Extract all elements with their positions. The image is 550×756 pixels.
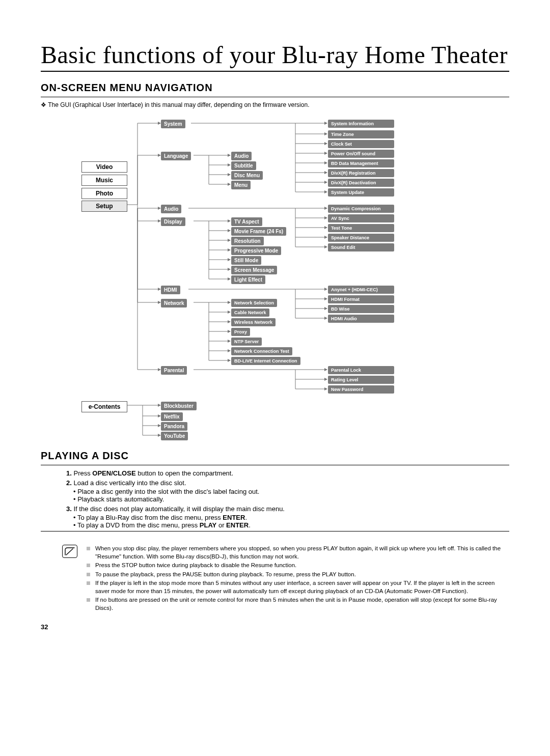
menu-music: Music [81,175,127,186]
node-hdmi-2: BD Wise [328,305,394,313]
node-ec-2: Pandora [161,422,187,431]
node-parental: Parental [161,366,187,375]
step-2-sub-0: Place a disc gently into the slot with t… [73,488,509,495]
node-net-4: NTP Server [231,338,262,346]
node-sys-3: Power On/Off sound [328,150,394,158]
gui-note: The GUI (Graphical User Interface) in th… [41,101,509,108]
node-disp-2: Resolution [231,237,264,245]
menu-setup: Setup [81,201,127,212]
menu-econtents: e-Contents [81,401,127,412]
node-aud-4: Sound Edit [328,243,394,251]
node-ec-1: Netflix [161,412,183,421]
node-sys-1: Time Zone [328,130,394,138]
menu-video: Video [81,161,127,173]
node-disp-0: TV Aspect [231,217,262,226]
step-3-sub-0: To play a Blu-Ray disc from the disc men… [73,514,509,521]
page-number: 32 [41,623,509,631]
step-2-sub-1: Playback starts automatically. [73,495,509,503]
node-network: Network [161,299,187,307]
node-lang-subtitle: Subtitle [231,161,256,170]
node-sys-7: System Update [328,188,394,197]
node-aud-0: Dynamic Compression [328,205,394,213]
menu-photo: Photo [81,188,127,199]
node-hdmi-3: HDMI Audio [328,315,394,323]
node-display: Display [161,217,185,226]
node-sys-2: Clock Set [328,140,394,148]
menu-tree: Video Music Photo Setup System Language … [61,117,509,440]
play-steps: 1. Press OPEN/CLOSE button to open the c… [41,469,509,529]
tip-1: Press the STOP button twice during playb… [87,562,509,570]
node-language: Language [161,152,191,160]
node-ec-0: Blockbuster [161,402,197,410]
node-sys-5: DivX(R) Registration [328,169,394,177]
node-net-5: Network Connection Test [231,347,292,355]
node-aud-1: AV Sync [328,214,394,222]
tip-4: If no buttons are pressed on the unit or… [87,596,509,612]
page-title: Basic functions of your Blu-ray Home The… [41,41,509,72]
node-disp-5: Screen Message [231,266,277,274]
node-net-6: BD-LIVE Internet Connection [231,357,300,365]
tip-3: If the player is left in the stop mode m… [87,579,509,595]
tips-block: When you stop disc play, the player reme… [41,545,509,613]
node-disp-3: Progressive Mode [231,246,281,255]
step-3-sub-1: To play a DVD from the disc menu, press … [73,521,509,529]
node-lang-menu: Menu [231,181,251,189]
node-hdmi-1: HDMI Format [328,295,394,303]
note-icon [62,545,77,558]
node-audio: Audio [161,205,181,213]
tip-0: When you stop disc play, the player reme… [87,545,509,561]
step-1: 1. Press OPEN/CLOSE button to open the c… [66,469,509,477]
node-sys-0: System Information [328,120,394,128]
node-net-3: Proxy [231,328,250,336]
node-system: System [161,120,185,128]
node-aud-2: Test Tone [328,224,394,232]
node-par-0: Parental Lock [328,366,394,374]
node-lang-audio: Audio [231,152,252,160]
step-3: 3. If the disc does not play automatical… [66,505,509,529]
node-disp-1: Movie Frame (24 Fs) [231,227,286,236]
node-par-1: Rating Level [328,376,394,384]
node-net-2: Wireless Network [231,318,276,326]
tip-2: To pause the playback, press the PAUSE b… [87,571,509,579]
node-sys-6: DivX(R) Deactivation [328,179,394,187]
section-heading-play: PLAYING A DISC [41,450,509,465]
node-disp-4: Still Mode [231,256,261,265]
node-disp-6: Light Effect [231,275,265,284]
node-net-1: Cable Network [231,309,269,317]
section-heading-nav: ON-SCREEN MENU NAVIGATION [41,82,509,97]
node-hdmi: HDMI [161,286,180,294]
node-net-0: Network Selection [231,299,277,307]
node-par-2: New Password [328,385,394,394]
node-ec-3: YouTube [161,432,188,440]
node-aud-3: Speaker Distance [328,234,394,242]
node-sys-4: BD Data Management [328,159,394,167]
node-lang-discmenu: Disc Menu [231,171,263,180]
step-2: 2. Load a disc vertically into the disc … [66,479,509,503]
node-hdmi-0: Anynet + (HDMI-CEC) [328,286,394,294]
